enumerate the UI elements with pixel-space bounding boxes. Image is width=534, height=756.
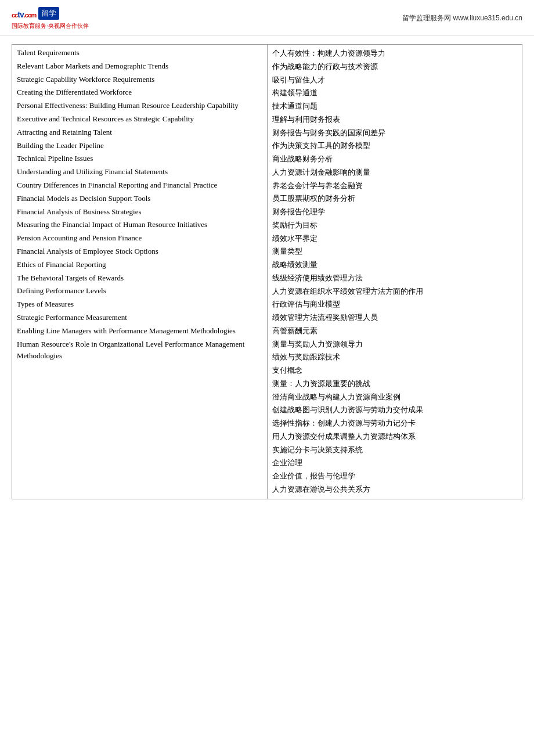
list-item: Building the Leader Pipeline xyxy=(17,140,262,152)
list-item: The Behavioral Targets of Rewards xyxy=(17,272,262,285)
list-item: Personal Effectiveness: Building Human R… xyxy=(17,100,262,112)
list-item: Defining Performance Levels xyxy=(17,285,262,297)
list-item: 测量：人力资源最重要的挑战 xyxy=(272,377,518,391)
list-item: 理解与利用财务报表 xyxy=(272,113,518,127)
list-item: Measuring the Financial Impact of Human … xyxy=(17,219,262,231)
list-item: 人力资源计划金融影响的测量 xyxy=(272,166,518,179)
list-item: 澄清商业战略与构建人力资源商业案例 xyxy=(272,391,518,404)
cctv-logo: cctv.com xyxy=(12,6,36,21)
list-item: Pension Accounting and Pension Finance xyxy=(17,232,262,244)
list-item: Talent Requirements xyxy=(17,47,262,59)
list-item: Human Resource's Role in Organizational … xyxy=(17,339,262,363)
list-item: 吸引与留住人才 xyxy=(272,74,518,87)
list-item: 用人力资源交付成果调整人力资源结构体系 xyxy=(272,430,518,444)
list-item: 线级经济使用绩效管理方法 xyxy=(272,272,518,285)
list-item: 构建领导通道 xyxy=(272,87,518,100)
list-item: 绩效水平界定 xyxy=(272,232,518,246)
list-item: 测量与奖励人力资源领导力 xyxy=(272,338,518,351)
liuxue-logo: 留学 xyxy=(38,7,59,20)
list-item: 实施记分卡与决策支持系统 xyxy=(272,444,518,457)
list-item: Types of Measures xyxy=(17,298,262,311)
list-item: Strategic Performance Measurement xyxy=(17,312,262,324)
list-item: Relevant Labor Markets and Demographic T… xyxy=(17,60,262,73)
list-item: Financial Analysis of Business Strategie… xyxy=(17,206,262,218)
left-column: Talent RequirementsRelevant Labor Market… xyxy=(12,45,268,499)
list-item: 企业价值，报告与伦理学 xyxy=(272,470,518,483)
right-column: 个人有效性：构建人力资源领导力作为战略能力的行政与技术资源吸引与留住人才构建领导… xyxy=(267,45,522,499)
list-item: Attracting and Retaining Talent xyxy=(17,127,262,139)
list-item: 绩效管理方法流程奖励管理人员 xyxy=(272,311,518,325)
list-item: 员工股票期权的财务分析 xyxy=(272,192,518,206)
list-item: 战略绩效测量 xyxy=(272,258,518,272)
list-item: 人力资源在游说与公共关系方 xyxy=(272,483,518,496)
page-header: cctv.com 留学 国际教育服务·央视网合作伙伴 留学监理服务网 www.l… xyxy=(0,0,534,35)
list-item: Understanding and Utilizing Financial St… xyxy=(17,166,262,178)
logo-area: cctv.com 留学 国际教育服务·央视网合作伙伴 xyxy=(12,6,89,30)
list-item: Creating the Differentiated Workforce xyxy=(17,87,262,99)
list-item: 高管薪酬元素 xyxy=(272,325,518,338)
logo-block: cctv.com 留学 国际教育服务·央视网合作伙伴 xyxy=(12,6,89,30)
site-info: 留学监理服务网 www.liuxue315.edu.cn xyxy=(402,13,522,23)
list-item: 养老金会计学与养老金融资 xyxy=(272,179,518,193)
list-item: 人力资源在组织水平绩效管理方法方面的作用 xyxy=(272,285,518,298)
list-item: Financial Analysis of Employee Stock Opt… xyxy=(17,246,262,258)
list-item: Technical Pipeline Issues xyxy=(17,153,262,165)
list-item: 绩效与奖励跟踪技术 xyxy=(272,351,518,364)
list-item: 技术通道问题 xyxy=(272,100,518,113)
list-item: 作为战略能力的行政与技术资源 xyxy=(272,60,518,74)
list-item: Strategic Capability Workforce Requireme… xyxy=(17,74,262,86)
list-item: 支付概念 xyxy=(272,364,518,377)
list-item: 选择性指标：创建人力资源与劳动力记分卡 xyxy=(272,417,518,430)
list-item: 作为决策支持工具的财务模型 xyxy=(272,139,518,153)
list-item: 创建战略图与识别人力资源与劳动力交付成果 xyxy=(272,404,518,417)
list-item: 行政评估与商业模型 xyxy=(272,298,518,311)
list-item: 财务报告伦理学 xyxy=(272,206,518,219)
list-item: Executive and Technical Resources as Str… xyxy=(17,113,262,125)
content-table: Talent RequirementsRelevant Labor Market… xyxy=(12,44,522,499)
list-item: Ethics of Financial Reporting xyxy=(17,259,262,271)
main-content: Talent RequirementsRelevant Labor Market… xyxy=(0,35,534,505)
tagline: 国际教育服务·央视网合作伙伴 xyxy=(12,22,89,30)
list-item: 财务报告与财务实践的国家间差异 xyxy=(272,127,518,140)
list-item: 奖励行为目标 xyxy=(272,219,518,232)
list-item: Country Differences in Financial Reporti… xyxy=(17,179,262,192)
list-item: 企业治理 xyxy=(272,456,518,470)
list-item: Enabling Line Managers with Performance … xyxy=(17,325,262,337)
list-item: 个人有效性：构建人力资源领导力 xyxy=(272,47,518,60)
list-item: Financial Models as Decision Support Too… xyxy=(17,193,262,205)
list-item: 商业战略财务分析 xyxy=(272,153,518,166)
list-item: 测量类型 xyxy=(272,245,518,258)
